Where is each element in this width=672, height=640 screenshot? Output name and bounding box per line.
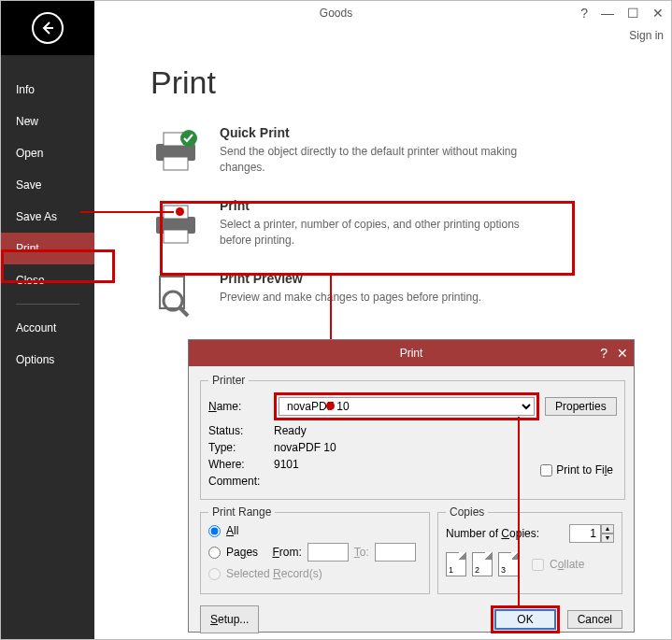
option-print-preview[interactable]: Print Preview Preview and make changes t… xyxy=(150,271,643,321)
range-selected-label: Selected Record(s) xyxy=(226,567,322,580)
annotation-line xyxy=(80,211,174,213)
ok-button[interactable]: OK xyxy=(494,609,555,630)
option-desc: Select a printer, number of copies, and … xyxy=(220,217,547,249)
option-print[interactable]: Print Select a printer, number of copies… xyxy=(150,198,643,249)
option-title: Quick Print xyxy=(220,125,547,140)
option-title: Print xyxy=(220,198,547,213)
option-desc: Send the object directly to the default … xyxy=(220,144,547,176)
sign-in-link[interactable]: Sign in xyxy=(629,29,664,42)
option-quick-print[interactable]: Quick Print Send the object directly to … xyxy=(150,125,643,176)
printer-icon xyxy=(150,198,201,249)
svg-rect-7 xyxy=(164,230,188,243)
dialog-titlebar: Print ? ✕ xyxy=(189,340,634,366)
sidebar-item-new[interactable]: New xyxy=(1,106,94,137)
range-all-label: All xyxy=(226,524,238,537)
title-bar: Goods ? — ☐ ✕ xyxy=(1,1,671,25)
sidebar: Info New Open Save Save As Print Close A… xyxy=(1,55,94,639)
option-desc: Preview and make changes to pages before… xyxy=(220,290,481,306)
sidebar-separator xyxy=(16,304,79,305)
sidebar-item-save-as[interactable]: Save As xyxy=(1,201,94,233)
page-stack-icon: 3 xyxy=(498,552,519,576)
sidebar-item-info[interactable]: Info xyxy=(1,74,94,106)
range-selected-radio xyxy=(208,568,221,580)
page-stack-icon: 1 xyxy=(446,552,466,576)
num-copies-input[interactable] xyxy=(569,524,601,543)
status-value: Ready xyxy=(274,424,307,437)
magnifier-page-icon xyxy=(150,271,201,321)
annotation-dot xyxy=(176,207,184,216)
back-button[interactable] xyxy=(32,12,64,44)
printer-group: Printer Name: novaPDF 10 Properties Stat… xyxy=(200,374,625,500)
print-range-group: Print Range All Pages From: To: Selected… xyxy=(200,505,430,594)
close-window-icon[interactable]: ✕ xyxy=(652,6,664,21)
to-input[interactable] xyxy=(375,543,416,562)
printer-check-icon xyxy=(150,125,201,176)
page-title: Print xyxy=(150,64,643,101)
minimize-icon[interactable]: — xyxy=(601,6,614,21)
printer-name-select[interactable]: novaPDF 10 xyxy=(279,397,535,416)
sidebar-item-print[interactable]: Print xyxy=(1,233,94,264)
status-label: Status: xyxy=(208,424,268,437)
print-to-file-checkbox[interactable] xyxy=(540,464,552,476)
annotation-line xyxy=(518,417,520,607)
collate-checkbox xyxy=(532,559,544,571)
dialog-close-icon[interactable]: ✕ xyxy=(617,346,628,361)
where-label: Where: xyxy=(208,458,268,471)
properties-button[interactable]: Properties xyxy=(545,397,617,416)
from-input[interactable] xyxy=(307,543,349,562)
annotation-dot xyxy=(326,402,335,410)
collate-label: Collate xyxy=(550,558,584,571)
print-dialog: Print ? ✕ Printer Name: novaPDF 10 Prope… xyxy=(188,339,635,633)
setup-button[interactable]: Setup... xyxy=(200,605,259,633)
name-label: Name: xyxy=(208,400,268,413)
copies-group: Copies Number of Copies: ▲ ▼ 1 2 3 xyxy=(437,505,622,594)
print-range-label: Print Range xyxy=(208,505,275,519)
help-icon[interactable]: ? xyxy=(580,6,588,21)
sidebar-item-save[interactable]: Save xyxy=(1,169,94,201)
cancel-button[interactable]: Cancel xyxy=(567,610,622,629)
to-label: To: xyxy=(354,546,369,559)
sidebar-item-open[interactable]: Open xyxy=(1,137,94,169)
annotation-box: novaPDF 10 xyxy=(274,392,539,420)
copies-label: Copies xyxy=(446,505,488,519)
dialog-title: Print xyxy=(400,347,423,360)
type-label: Type: xyxy=(208,441,268,454)
annotation-box: OK xyxy=(491,605,559,633)
svg-rect-3 xyxy=(164,157,188,170)
where-value: 9101 xyxy=(274,458,299,471)
from-label: From: xyxy=(272,546,301,559)
dialog-help-icon[interactable]: ? xyxy=(600,346,608,361)
spinner-down-icon[interactable]: ▼ xyxy=(601,533,614,543)
range-all-radio[interactable] xyxy=(208,525,221,537)
comment-label: Comment: xyxy=(208,475,268,488)
back-strip xyxy=(1,1,94,55)
num-copies-label: Number of Copies: xyxy=(446,527,539,540)
range-pages-radio[interactable] xyxy=(208,547,221,559)
sidebar-item-close[interactable]: Close xyxy=(1,264,94,296)
option-title: Print Preview xyxy=(220,271,481,286)
maximize-icon[interactable]: ☐ xyxy=(627,6,639,21)
sidebar-item-options[interactable]: Options xyxy=(1,344,94,376)
range-pages-label: Pages xyxy=(226,546,258,559)
printer-group-label: Printer xyxy=(208,374,249,387)
page-stack-icon: 2 xyxy=(472,552,493,576)
print-to-file-label: Print to File xyxy=(556,463,613,476)
type-value: novaPDF 10 xyxy=(274,441,336,454)
window-title: Goods xyxy=(320,7,352,20)
arrow-left-icon xyxy=(40,21,55,36)
spinner-up-icon[interactable]: ▲ xyxy=(601,524,614,533)
print-to-file-row: Print to File xyxy=(540,463,613,476)
sidebar-item-account[interactable]: Account xyxy=(1,312,94,344)
